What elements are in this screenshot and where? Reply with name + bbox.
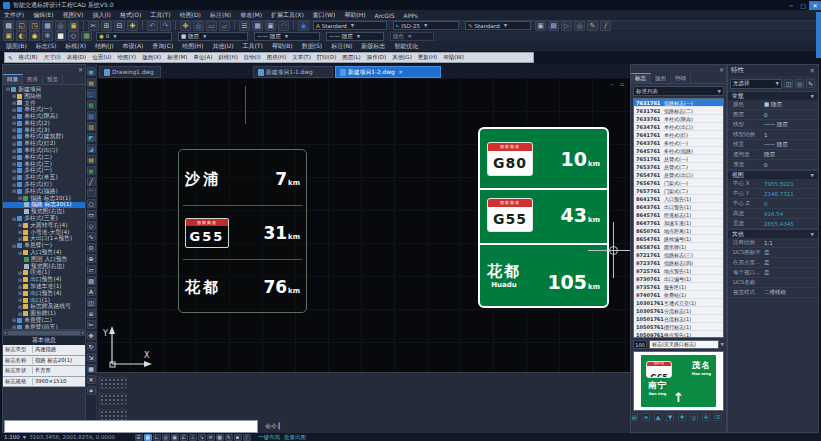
sign-code-row[interactable]: 9740761收费站(1) (634, 291, 723, 299)
sign-menu-item[interactable]: 数据(S) (302, 42, 323, 51)
sign-name-field[interactable]: 标志(交叉路口标志) (649, 340, 719, 349)
maximize-button[interactable]: □ (797, 1, 809, 10)
project-tab-目录[interactable]: 目录 (3, 74, 23, 84)
cut-icon[interactable]: ✂ (88, 21, 99, 31)
fit-icon[interactable]: ▤ (630, 413, 638, 421)
menu-item-插入(I)[interactable]: 插入(I) (92, 11, 110, 20)
property-row[interactable]: 在原点显...是 (728, 258, 818, 268)
sign-menu-item[interactable]: 绘图(H) (182, 42, 203, 51)
open-icon[interactable]: ◱ (16, 21, 27, 31)
expand-icon[interactable]: ⊞ (12, 141, 16, 147)
sign-code-row[interactable]: 9721761指路标志(三) (634, 251, 723, 259)
menu-item-窗口(W)[interactable]: 窗口(W) (313, 11, 336, 20)
new-icon[interactable]: ▤ (3, 21, 14, 31)
osnap-icon[interactable]: ▣ (171, 434, 179, 441)
sign-drawing-wireframe[interactable]: 沙浦 7km 国家高速 G55 31km 花都 76km (178, 149, 307, 313)
expand-icon[interactable]: ⊞ (12, 127, 16, 133)
save-icon[interactable]: ◳ (29, 21, 40, 31)
tool6-icon[interactable]: ∕ (600, 21, 611, 31)
lineweight-dropdown[interactable]: —— 随层▼ (326, 32, 384, 41)
insert-icon[interactable]: ⊕ (702, 413, 710, 421)
sign-code-row[interactable]: 10509761终点预告(1) (634, 331, 723, 338)
hatch-icon[interactable]: ▨ (87, 276, 96, 285)
layer-props-icon[interactable]: ▣ (3, 31, 14, 41)
document-window-controls[interactable]: ‒ ▫ (610, 80, 626, 87)
sign-drawing-green[interactable]: 国家高速 G80 10km 国家高速 G55 43km 花都 Huadu 105… (478, 127, 609, 308)
tree-item[interactable]: ⊞图块组 (3, 93, 85, 100)
expand-icon[interactable]: ⊞ (18, 236, 22, 242)
project-tab-图库[interactable]: 图库 (23, 75, 43, 84)
property-row[interactable]: 线宽—— 随层 (728, 140, 818, 150)
palette1-icon[interactable]: ▣ (87, 67, 96, 76)
zoom-realtime-icon[interactable]: ◎ (193, 21, 204, 31)
sign-tool-item[interactable]: 其他(G) (392, 54, 412, 61)
pan-icon[interactable]: ✥ (180, 21, 191, 31)
sign-code-row[interactable]: 9723761指路标志(四) (634, 259, 723, 267)
sign-menu-item[interactable]: 工具(T) (243, 42, 263, 51)
palette5-icon[interactable]: ▧ (87, 111, 96, 120)
donut-icon[interactable]: ⊙ (87, 243, 96, 252)
sign-menu-item[interactable]: 帮助(B) (272, 42, 293, 51)
sign-code-row[interactable]: 8643761出口预告(1) (634, 203, 723, 211)
trim-icon[interactable]: ✂ (87, 320, 96, 329)
sign-menu-item[interactable]: 标注(N) (331, 42, 352, 51)
publish-icon[interactable]: ▣ (68, 21, 79, 31)
property-row[interactable]: 线型比例1 (728, 130, 818, 140)
tree-item[interactable]: ⊞新建项目 (3, 86, 85, 93)
rotate-icon[interactable]: ↻ (87, 342, 96, 351)
sign-code-row[interactable]: 8645761匝道标志(1) (634, 211, 723, 219)
sign-tool-item[interactable]: 更新(H) (418, 54, 437, 61)
select-objects-icon[interactable]: ◎ (795, 79, 804, 88)
palette3-icon[interactable]: ◫ (87, 89, 96, 98)
layer-states-icon[interactable]: ◐ (16, 31, 27, 41)
matchprop-icon[interactable]: ✚ (127, 21, 138, 31)
table-style-dropdown[interactable]: ✎Standard▼ (465, 21, 531, 30)
sign-tool-item[interactable]: 帮助(W) (443, 54, 464, 61)
ducs-icon[interactable]: ⊥ (189, 434, 197, 441)
sign-code-row[interactable]: 10305761分流标志(1) (634, 307, 723, 315)
qp-icon[interactable]: ✎ (225, 434, 233, 441)
color-dropdown[interactable]: ■ 随层▼ (178, 32, 248, 41)
minimize-button[interactable]: ─ (785, 1, 797, 10)
status-button-批量出图[interactable]: 批量出图 (284, 434, 306, 441)
sign-tool-item[interactable]: 版面(X) (142, 54, 161, 61)
palette9-icon[interactable]: ▤ (87, 155, 96, 164)
undo-icon[interactable]: ↶ (147, 21, 158, 31)
sign-tool-item[interactable]: 图块(H) (267, 54, 286, 61)
text-icon[interactable]: A (87, 287, 96, 296)
plot-icon[interactable]: ▦ (42, 21, 53, 31)
properties-section-header[interactable]: 其他▼ (728, 229, 818, 238)
panel-close-icon[interactable]: ✕ (719, 66, 724, 73)
property-row[interactable]: UCS名称 (728, 278, 818, 288)
sign-code-row[interactable]: 7641761单柱式(灯) (634, 131, 723, 139)
menu-item-修改(M)[interactable]: 修改(M) (240, 11, 262, 20)
list-icon[interactable]: ≡ (642, 413, 650, 421)
palette2-icon[interactable]: ▤ (87, 78, 96, 87)
property-row[interactable]: 厚度0 (728, 160, 818, 170)
properties-section-header[interactable]: 视图▼ (728, 170, 818, 179)
sign-tool-item[interactable]: 图层(L) (342, 54, 360, 61)
grid-icon[interactable]: ▦ (144, 434, 152, 441)
sign-tool-item[interactable]: 表格(D) (67, 54, 87, 61)
sign-code-row[interactable]: 7633761单柱式(限高) (634, 115, 723, 123)
offset-icon[interactable]: ≡ (87, 309, 96, 318)
menu-item-标注(N)[interactable]: 标注(N) (210, 11, 231, 20)
tool1-icon[interactable]: ▣ (535, 21, 546, 31)
sign-code-row[interactable]: 7631762指路标志(二) (634, 107, 723, 115)
snap-icon[interactable]: ☰ (135, 434, 143, 441)
layout-icon[interactable]: ☰ (239, 21, 250, 31)
expand-icon[interactable]: ⊞ (18, 311, 22, 317)
property-row[interactable]: 中心 Y2148.7311 (728, 189, 818, 199)
sign-code-row[interactable]: 8658761圆形牌(1) (634, 243, 723, 251)
panel-close-icon[interactable]: ✕ (78, 66, 83, 73)
menu-item-格式(O)[interactable]: 格式(O) (120, 11, 141, 20)
layer-freeze-icon[interactable]: ❄ (42, 31, 53, 41)
expand-icon[interactable]: ⊞ (18, 222, 22, 228)
move-icon[interactable]: ✥ (87, 331, 96, 340)
menu-item-文件(F)[interactable]: 文件(F) (4, 11, 24, 20)
expand-icon[interactable]: ⊞ (18, 284, 22, 290)
selection-dropdown[interactable]: 无选择▼ (730, 79, 782, 89)
expand-icon[interactable]: ⊞ (12, 93, 16, 99)
tab-close-icon[interactable]: ✕ (399, 69, 403, 75)
menu-item-编辑(E)[interactable]: 编辑(E) (33, 11, 53, 20)
